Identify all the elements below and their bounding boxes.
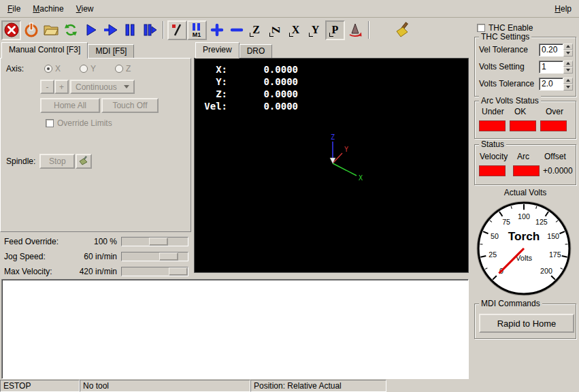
spin-down-button[interactable] (563, 84, 573, 91)
gauge-title: Torch (508, 229, 540, 243)
toolbar: M1 Z Z X Y P (0, 18, 472, 42)
view-perspective-button[interactable]: P (325, 20, 345, 40)
manual-control-body: Axis: X Y Z - + Continuous (0, 58, 191, 232)
menu-help[interactable]: Help (548, 1, 578, 16)
tab-mdi[interactable]: MDI [F5] (88, 44, 134, 59)
max-velocity-value: 420 in/min (80, 267, 117, 276)
velocity-label: Velocity (480, 152, 508, 161)
spin-up-button[interactable] (563, 78, 573, 84)
manual-control-panel: Manual Control [F3] MDI [F5] Axis: X Y Z… (0, 42, 193, 278)
clear-plot-brush-icon (394, 22, 410, 38)
preview-panel: Preview DRO X:0.0000 Y:0.0000 Z:0.0000 V… (194, 42, 469, 274)
rapid-to-home-button[interactable]: Rapid to Home (479, 314, 574, 333)
tab-preview[interactable]: Preview (195, 42, 239, 59)
thc-enable-checkbox[interactable]: THC Enable (477, 23, 533, 33)
feed-override-row: Feed Override: 100 % (0, 235, 193, 248)
svg-text:X: X (359, 174, 363, 182)
block-delete-toggle[interactable] (167, 20, 187, 40)
run-program-button[interactable] (80, 20, 100, 40)
view-z-rotated-button[interactable]: Z (266, 20, 286, 40)
axis-window: File Machine View Help (0, 0, 579, 392)
volts-tolerance-spinbox: 2.0 (539, 78, 573, 91)
spindle-stop-button[interactable]: Stop (39, 154, 75, 169)
thc-settings-group: THC Settings Vel Tolerance 0.20 Volts Se… (474, 37, 576, 97)
estop-button[interactable] (1, 20, 21, 40)
mdi-history-area[interactable] (1, 279, 469, 379)
dro-readout: X:0.0000 Y:0.0000 Z:0.0000 Vel:0.0000 (197, 64, 298, 113)
spindle-brush-button[interactable] (76, 154, 92, 169)
reload-icon (63, 22, 79, 38)
spin-down-button[interactable] (563, 50, 573, 56)
jog-speed-slider-handle[interactable] (159, 252, 178, 261)
vel-tolerance-input[interactable]: 0.20 (539, 44, 563, 56)
mdi-commands-group: MDI Commands Rapid to Home (474, 304, 576, 339)
spin-up-button[interactable] (563, 61, 573, 67)
override-limits-checkbox[interactable]: Override Limits (46, 118, 112, 128)
clear-plot-button[interactable] (392, 20, 412, 40)
reload-file-button[interactable] (61, 20, 80, 40)
feed-override-value: 100 % (94, 237, 117, 246)
svg-text:125: 125 (535, 218, 548, 226)
velocity-indicator (479, 165, 506, 176)
arrow-up-icon (566, 62, 570, 65)
preview-canvas[interactable]: X:0.0000 Y:0.0000 Z:0.0000 Vel:0.0000 Z … (194, 58, 469, 273)
rotate-view-icon (347, 22, 363, 38)
home-all-button[interactable]: Home All (40, 98, 100, 113)
spin-down-button[interactable] (563, 67, 573, 74)
zoom-in-button[interactable] (207, 20, 227, 40)
toolbar-separator (163, 21, 164, 39)
jog-speed-slider[interactable] (121, 252, 188, 261)
checkbox-icon (46, 119, 54, 127)
jog-minus-button[interactable]: - (40, 80, 54, 94)
tool-status: No tool (80, 380, 250, 392)
rotate-view-button[interactable] (345, 20, 365, 40)
view-z-icon: Z (252, 24, 260, 35)
zoom-out-button[interactable] (227, 20, 246, 40)
jog-mode-combobox[interactable]: Continuous (70, 80, 135, 94)
max-velocity-label: Max Velocity: (4, 267, 52, 276)
svg-text:75: 75 (502, 218, 510, 226)
jog-plus-button[interactable]: + (54, 80, 69, 94)
max-velocity-slider[interactable] (121, 267, 188, 276)
view-z-button[interactable]: Z (246, 20, 266, 40)
menu-view[interactable]: View (70, 1, 100, 16)
arc-volts-status-title: Arc Volts Status (479, 96, 541, 105)
tab-manual-control[interactable]: Manual Control [F3] (1, 42, 88, 59)
machine-power-icon (23, 22, 39, 38)
axis-radio-y[interactable]: Y (80, 64, 96, 74)
position-status: Position: Relative Actual (250, 380, 386, 392)
view-x-button[interactable]: X (286, 20, 305, 40)
tab-dro[interactable]: DRO (239, 44, 273, 59)
step-icon (142, 22, 158, 38)
feed-override-slider-handle[interactable] (149, 238, 168, 246)
radio-z-icon (115, 65, 123, 73)
status-group: Status Velocity Arc Offset +0.0000 (474, 144, 576, 185)
arrow-down-icon (566, 69, 570, 71)
menu-machine[interactable]: Machine (27, 1, 69, 16)
spin-up-button[interactable] (563, 44, 573, 50)
thc-settings-title: THC Settings (479, 32, 531, 42)
run-from-line-button[interactable] (100, 20, 120, 40)
touch-off-button[interactable]: Touch Off (101, 98, 159, 113)
open-file-button[interactable] (41, 20, 61, 40)
volts-tolerance-input[interactable]: 2.0 (539, 78, 563, 91)
optional-stop-toggle[interactable]: M1 (187, 20, 207, 40)
menubar: File Machine View Help (0, 0, 579, 18)
svg-text:200: 200 (540, 267, 552, 275)
spindle-label: Spindle: (6, 157, 35, 166)
view-y-button[interactable]: Y (305, 20, 325, 40)
offset-value: +0.0000 (543, 166, 573, 176)
axis-radio-x[interactable]: X (44, 64, 61, 74)
svg-text:M1: M1 (192, 31, 201, 38)
machine-power-button[interactable] (21, 20, 41, 40)
axis-radio-z[interactable]: Z (115, 64, 131, 74)
svg-text:Z: Z (331, 133, 335, 141)
feed-override-slider[interactable] (121, 237, 188, 246)
pause-button[interactable] (120, 20, 139, 40)
view-perspective-icon: P (332, 24, 339, 35)
radio-x-icon (44, 65, 52, 73)
menu-file[interactable]: File (1, 1, 27, 16)
volts-setting-input[interactable]: 1 (539, 61, 563, 74)
step-button[interactable] (139, 20, 159, 40)
max-velocity-slider-handle[interactable] (169, 267, 188, 276)
